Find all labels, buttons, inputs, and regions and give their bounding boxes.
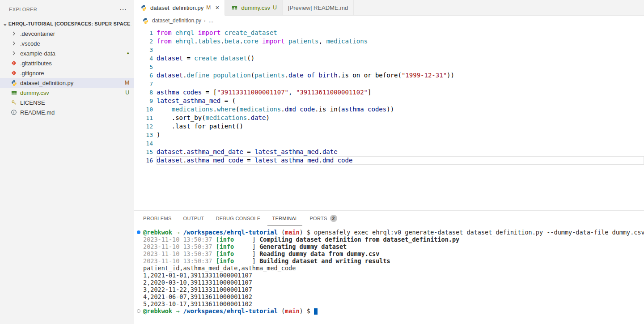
terminal-line: 2023-11-10 13:50:37 [info ] Generating d… [143,243,644,250]
breadcrumb[interactable]: dataset_definition.py › … [134,16,644,26]
terminal-line: 4,2021-06-07,39113611000001102 [143,293,644,300]
code-line[interactable]: 13) [134,131,644,139]
terminal-line: patient_id,asthma_med_date,asthma_med_co… [143,264,644,272]
terminal-line: @rebkwok → /workspaces/ehrql-tutorial (m… [143,229,644,236]
code-line[interactable]: 1from ehrql import create_dataset [134,29,644,37]
panel-tab-label: PORTS [309,216,327,221]
sidebar-item-gitattributes[interactable]: .gitattributes [0,58,134,68]
terminal[interactable]: @rebkwok → /workspaces/ehrql-tutorial (m… [134,226,644,324]
line-content: dataset.asthma_med_code = latest_asthma_… [157,156,644,165]
sidebar-item-dataset-definition-py[interactable]: dataset_definition.pyM [0,78,134,88]
line-number: 3 [134,46,157,54]
panel-tab-label: OUTPUT [183,216,204,221]
git-status-badge: M [125,80,129,86]
chevron-right-icon [10,30,18,37]
workspace-section-header[interactable]: ⌄ EHRQL-TUTORIAL [CODESPACES: SUPER SPAC… [0,19,134,29]
terminal-line: @rebkwok → /workspaces/ehrql-tutorial (m… [143,307,644,315]
line-number: 9 [134,97,157,105]
chevron-down-icon: ⌄ [2,21,8,27]
sidebar-item-devcontainer[interactable]: .devcontainer [0,29,134,38]
code-line[interactable]: 9latest_asthma_med = ( [134,97,644,105]
chevron-right-icon [10,50,18,57]
line-content: .sort_by(medications.date) [157,114,644,122]
code-line[interactable]: 2from ehrql.tables.beta.core import pati… [134,37,644,46]
line-content: .last_for_patient() [157,122,644,131]
code-line[interactable]: 16dataset.asthma_med_code = latest_asthm… [134,156,644,165]
code-line[interactable]: 11 .sort_by(medications.date) [134,114,644,122]
file-tree: .devcontainer.vscodeexample-data●.gitatt… [0,29,134,117]
file-name: .gitattributes [20,60,129,67]
code-line[interactable]: 6dataset.define_population(patients.date… [134,71,644,80]
terminal-line: 1,2021-01-01,39113311000001107 [143,272,644,279]
license-icon [10,99,18,106]
git-icon [10,70,18,76]
code-line[interactable]: 8asthma_codes = ["39113311000001107", "3… [134,88,644,97]
python-icon [141,17,149,24]
more-actions-icon[interactable]: ⋯ [119,6,127,13]
close-icon[interactable]: ✕ [215,5,219,11]
line-content: ) [157,131,644,139]
sidebar-item-license[interactable]: LICENSE [0,98,134,107]
file-name: dummy.csv [20,90,122,96]
code-line[interactable]: 10 medications.where(medications.dmd_cod… [134,105,644,114]
code-line[interactable]: 3 [134,46,644,54]
line-content [157,46,644,54]
line-content [157,63,644,71]
file-name: LICENSE [20,99,129,106]
code-editor[interactable]: 1from ehrql import create_dataset2from e… [134,26,644,210]
terminal-line: 2023-11-10 13:50:37 [info ] Building dat… [143,257,644,264]
explorer-header: EXPLORER ⋯ [0,0,134,16]
breadcrumb-file[interactable]: dataset_definition.py [152,17,201,24]
tab-dataset-definition-py[interactable]: dataset_definition.pyM✕ [134,0,225,16]
line-content: dataset.asthma_med_date = latest_asthma_… [157,148,644,156]
explorer-title: EXPLORER [9,7,37,12]
line-number: 4 [134,54,157,63]
panel-tab-ports[interactable]: PORTS2 [305,211,341,226]
csv-icon [230,4,238,11]
code-line[interactable]: 5 [134,63,644,71]
file-name: .vscode [20,40,129,47]
line-content: dataset = create_dataset() [157,54,644,63]
breadcrumb-more[interactable]: … [208,17,214,24]
panel-tab-output[interactable]: OUTPUT [179,211,209,226]
sidebar-item-example-data[interactable]: example-data● [0,48,134,58]
line-number: 14 [134,139,157,148]
command-prompt-decoration-icon[interactable] [137,309,140,313]
untracked-dot-badge: ● [127,51,129,55]
editor-tab-bar: dataset_definition.pyM✕dummy.csvU[Previe… [134,0,644,16]
panel-tab-problems[interactable]: PROBLEMS [139,211,176,226]
sidebar-item-gitignore[interactable]: .gitignore [0,68,134,78]
sidebar-item-readme-md[interactable]: README.md [0,107,134,117]
panel-tab-debug-console[interactable]: DEBUG CONSOLE [212,211,265,226]
code-line[interactable]: 4dataset = create_dataset() [134,54,644,63]
code-line[interactable]: 12 .last_for_patient() [134,122,644,131]
line-number: 12 [134,122,157,131]
terminal-line: 2,2020-03-10,39113311000001107 [143,279,644,286]
tab-preview-readme-md[interactable]: [Preview] README.md [283,0,354,15]
sidebar-item-dummy-csv[interactable]: dummy.csvU [0,88,134,98]
bottom-panel: PROBLEMSOUTPUTDEBUG CONSOLETERMINALPORTS… [134,210,644,324]
panel-tab-label: TERMINAL [272,216,298,221]
line-number: 11 [134,114,157,122]
terminal-line: 3,2022-11-22,39113311000001107 [143,286,644,293]
git-icon [10,60,18,66]
file-name: example-data [20,50,123,57]
code-line[interactable]: 14 [134,139,644,148]
tab-dummy-csv[interactable]: dummy.csvU [225,0,282,15]
sidebar-item-vscode[interactable]: .vscode [0,38,134,48]
panel-tab-terminal[interactable]: TERMINAL [267,211,302,226]
line-number: 8 [134,88,157,97]
file-name: .gitignore [20,70,129,77]
command-ran-decoration-icon[interactable] [137,230,140,234]
code-line[interactable]: 15dataset.asthma_med_date = latest_asthm… [134,148,644,156]
line-content: from ehrql import create_dataset [157,29,644,37]
code-line[interactable]: 7 [134,80,644,88]
panel-tab-label: PROBLEMS [143,216,172,221]
readme-icon [10,109,18,115]
workspace-name: EHRQL-TUTORIAL [CODESPACES: SUPER SPACE … [8,21,132,26]
terminal-line: 5,2023-10-17,39113611000001102 [143,300,644,307]
git-status-badge: U [125,90,129,96]
tab-label: dataset_definition.py [150,4,203,11]
line-content: medications.where(medications.dmd_code.i… [157,105,644,114]
vscode-window: EXPLORER ⋯ ⌄ EHRQL-TUTORIAL [CODESPACES:… [0,0,644,324]
